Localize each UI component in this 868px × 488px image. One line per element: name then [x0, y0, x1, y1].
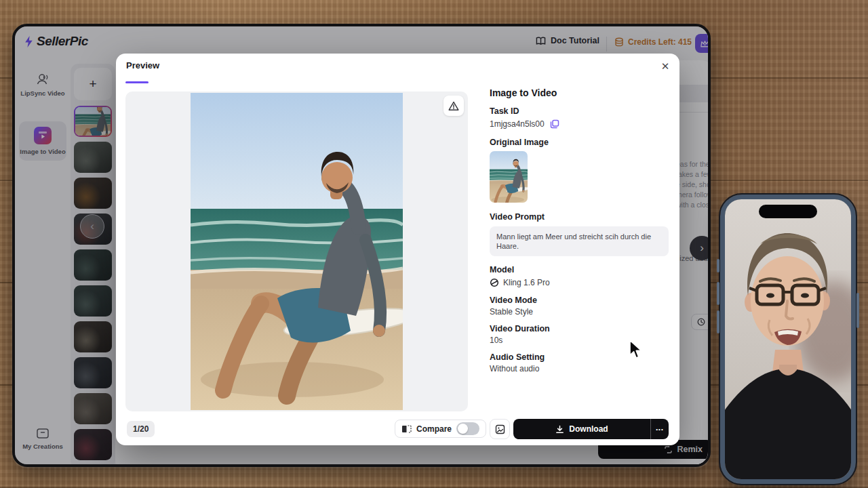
presenter-video	[725, 199, 851, 479]
pager-badge: 1/20	[127, 421, 155, 437]
compare-toggle[interactable]	[456, 422, 479, 435]
image-reuse-icon	[495, 424, 505, 434]
duration-value: 5	[708, 318, 711, 326]
compare-icon	[401, 424, 412, 434]
phone-volume-up-button	[717, 282, 719, 305]
video-prompt-label: Video Prompt	[490, 212, 669, 222]
presenter-phone-overlay	[720, 195, 856, 484]
phone-volume-down-button	[717, 310, 719, 333]
details-heading: Image to Video	[490, 87, 669, 98]
tablet-screen: SellerPic Doc Tutorial Credits Left: 415…	[12, 24, 711, 467]
ellipsis-icon: •••	[656, 426, 663, 432]
modal-actions: Download •••	[490, 419, 669, 439]
download-button[interactable]: Download •••	[513, 419, 669, 439]
task-id-value: 1mjgsa4n5ls00	[490, 119, 545, 129]
modal-title: Preview	[126, 60, 159, 70]
task-id-label: Task ID	[490, 106, 669, 116]
preview-modal: Preview ✕ 1/20 Compare Image to Video Ta…	[116, 54, 679, 445]
presenter-portrait	[725, 199, 851, 479]
video-mode-value: Stable Style	[490, 307, 669, 317]
preview-image	[191, 93, 403, 410]
model-value: Kling 1.6 Pro	[503, 278, 550, 287]
video-mode-label: Video Mode	[490, 296, 669, 305]
model-label: Model	[490, 265, 669, 274]
close-icon: ✕	[661, 60, 670, 73]
warning-icon	[448, 101, 459, 111]
download-more-button[interactable]: •••	[650, 419, 669, 439]
copy-icon[interactable]	[550, 119, 559, 129]
close-button[interactable]: ✕	[657, 58, 673, 75]
video-prompt-value: Mann liegt am Meer und streicht scih dur…	[490, 226, 669, 256]
download-label: Download	[569, 424, 608, 434]
audio-setting-value: Without audio	[490, 364, 669, 373]
kling-model-icon	[490, 278, 499, 287]
reuse-image-button[interactable]	[490, 419, 510, 439]
details-panel: Image to Video Task ID 1mjgsa4n5ls00 Ori…	[490, 87, 669, 381]
toggle-knob	[458, 424, 468, 434]
phone-notch	[759, 205, 817, 218]
phone-power-button	[856, 293, 859, 328]
mouse-cursor	[627, 340, 645, 363]
report-button[interactable]	[443, 96, 464, 116]
compare-label: Compare	[416, 424, 452, 434]
active-tab-underline	[125, 81, 149, 83]
original-image-label: Original Image	[490, 138, 669, 147]
video-duration-label: Video Duration	[490, 324, 669, 333]
compare-control[interactable]: Compare	[395, 420, 486, 438]
preview-pane	[125, 92, 468, 411]
download-icon	[555, 425, 564, 434]
original-image-thumb[interactable]	[490, 151, 528, 203]
phone-mute-switch	[717, 259, 719, 272]
